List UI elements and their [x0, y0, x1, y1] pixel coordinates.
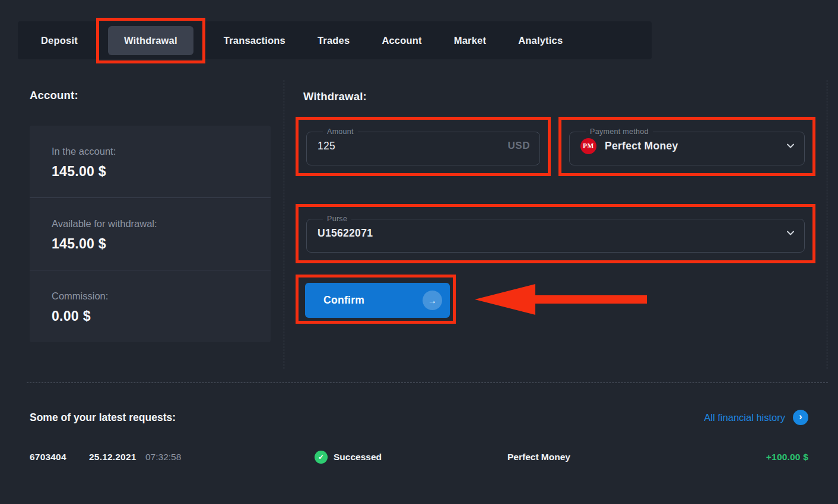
- tab-trades[interactable]: Trades: [301, 26, 366, 55]
- annotation-box-purse: Purse U15622071: [296, 204, 815, 263]
- tab-transactions[interactable]: Transactions: [208, 26, 301, 55]
- request-method: Perfect Money: [507, 452, 685, 462]
- chevron-down-icon: [786, 229, 795, 237]
- tab-deposit[interactable]: Deposit: [25, 26, 94, 55]
- request-amount: +100.00 $: [685, 452, 808, 462]
- amount-field-label: Amount: [323, 127, 358, 136]
- purse-select[interactable]: Purse U15622071: [306, 215, 805, 253]
- in-account-value: 145.00 $: [52, 164, 259, 180]
- payment-method-select[interactable]: Payment method PM Perfect Money: [569, 127, 805, 165]
- chevron-down-icon: [786, 142, 795, 150]
- amount-field[interactable]: Amount USD: [306, 127, 540, 165]
- all-financial-history-link[interactable]: All financial history ›: [704, 410, 808, 425]
- perfect-money-icon: PM: [580, 138, 596, 154]
- success-check-icon: ✓: [315, 451, 328, 464]
- account-summary-section: Account: In the account: 145.00 $ Availa…: [30, 89, 271, 342]
- tab-withdrawal[interactable]: Withdrawal: [108, 26, 193, 55]
- purse-field-label: Purse: [323, 215, 351, 223]
- available-value: 145.00 $: [52, 236, 259, 252]
- tab-analytics[interactable]: Analytics: [502, 26, 579, 55]
- request-row: 6703404 25.12.2021 07:32:58 ✓ Successed …: [30, 451, 808, 464]
- annotation-box-withdrawal-tab: Withdrawal: [96, 18, 205, 63]
- request-time: 07:32:58: [145, 452, 315, 462]
- confirm-button[interactable]: Confirm →: [305, 283, 450, 318]
- withdrawal-heading: Withdrawal:: [303, 90, 827, 103]
- request-date: 25.12.2021: [89, 452, 145, 462]
- amount-payment-row: Amount USD Payment method PM Perfect Mon…: [296, 117, 827, 176]
- account-cards: In the account: 145.00 $ Available for w…: [30, 126, 271, 342]
- confirm-button-label: Confirm: [323, 294, 364, 307]
- amount-currency-label: USD: [508, 140, 530, 152]
- requests-heading: Some of your latest requests:: [30, 412, 176, 424]
- history-link-label: All financial history: [704, 412, 785, 423]
- account-card-available: Available for withdrawal: 145.00 $: [30, 198, 271, 270]
- annotation-box-confirm: Confirm →: [296, 275, 456, 324]
- payment-method-value: Perfect Money: [605, 140, 678, 152]
- account-card-in-account: In the account: 145.00 $: [30, 126, 271, 198]
- withdrawal-page: Deposit Withdrawal Transactions Trades A…: [0, 0, 838, 504]
- tab-account[interactable]: Account: [366, 26, 437, 55]
- request-status: ✓ Successed: [315, 451, 507, 464]
- annotation-box-payment-method: Payment method PM Perfect Money: [558, 117, 815, 176]
- commission-value: 0.00 $: [52, 308, 259, 324]
- request-id: 6703404: [30, 452, 89, 462]
- chevron-right-circle-icon: ›: [793, 410, 808, 425]
- account-card-commission: Commission: 0.00 $: [30, 270, 271, 342]
- amount-input[interactable]: [318, 140, 448, 152]
- section-divider: [27, 382, 828, 383]
- withdrawal-form-section: Withdrawal: Amount USD Payment method PM: [284, 80, 827, 369]
- annotation-arrow-left-icon: [475, 284, 647, 315]
- in-account-label: In the account:: [52, 146, 259, 157]
- request-status-label: Successed: [334, 452, 382, 462]
- requests-header: Some of your latest requests: All financ…: [30, 410, 808, 425]
- tab-market[interactable]: Market: [438, 26, 502, 55]
- payment-method-label: Payment method: [586, 127, 653, 136]
- purse-value: U15622071: [318, 227, 373, 240]
- annotation-box-amount: Amount USD: [296, 117, 551, 176]
- main-tabbar: Deposit Withdrawal Transactions Trades A…: [18, 21, 652, 59]
- arrow-right-icon: →: [423, 291, 442, 310]
- account-heading: Account:: [30, 89, 271, 102]
- commission-label: Commission:: [52, 291, 259, 302]
- available-label: Available for withdrawal:: [52, 218, 259, 229]
